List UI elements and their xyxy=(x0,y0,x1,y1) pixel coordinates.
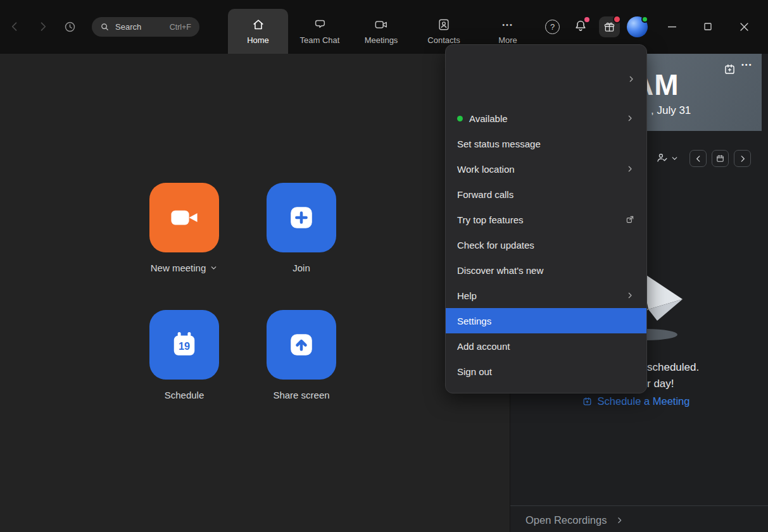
tab-label: Team Chat xyxy=(300,35,340,45)
tab-meetings[interactable]: Meetings xyxy=(353,9,409,54)
link-text: Open Recordings xyxy=(526,514,607,526)
calendar-icon: 19 xyxy=(168,328,201,361)
menu-item-label: Help xyxy=(457,290,477,301)
chevron-right-icon xyxy=(615,516,624,524)
calendar-plus-icon xyxy=(582,396,593,407)
tab-label: Meetings xyxy=(365,35,398,45)
search-shortcut: Ctrl+F xyxy=(170,23,191,32)
menu-item-label: Settings xyxy=(457,316,491,326)
gift-icon[interactable] xyxy=(599,16,620,37)
open-recordings-link[interactable]: Open Recordings xyxy=(526,514,624,526)
previous-day-button[interactable] xyxy=(689,150,707,167)
share-screen-button[interactable] xyxy=(267,310,336,380)
menu-item-settings[interactable]: Settings xyxy=(446,308,646,333)
menu-item-label: Sign out xyxy=(457,366,492,377)
chevron-left-icon xyxy=(694,154,703,163)
next-day-button[interactable] xyxy=(734,150,751,167)
schedule-label: Schedule xyxy=(134,390,235,400)
join-button[interactable] xyxy=(267,183,336,252)
date-picker-button[interactable] xyxy=(712,150,729,167)
tab-home[interactable]: Home xyxy=(228,9,288,54)
label-text: Join xyxy=(293,263,310,273)
menu-item-add-account[interactable]: Add account xyxy=(446,333,646,359)
menu-item-discover-whats-new[interactable]: Discover what's new xyxy=(446,257,646,283)
label-text: Share screen xyxy=(273,390,329,400)
empty-state-line1: scheduled. xyxy=(647,361,699,374)
label-text: Schedule xyxy=(165,390,205,400)
menu-item-label: Discover what's new xyxy=(457,265,543,276)
tab-label: Contacts xyxy=(427,35,460,45)
link-text: Schedule a Meeting xyxy=(598,395,690,407)
share-screen-label: Share screen xyxy=(251,390,352,400)
share-arrow-icon xyxy=(285,328,318,361)
join-label: Join xyxy=(251,263,352,273)
gift-badge xyxy=(613,15,621,23)
notification-badge xyxy=(584,17,589,22)
video-camera-icon xyxy=(374,18,388,32)
menu-item-label: Set status message xyxy=(457,139,541,149)
profile-avatar[interactable] xyxy=(627,16,648,37)
menu-item-help[interactable]: Help xyxy=(446,283,646,308)
calendar-icon xyxy=(715,154,725,163)
profile-dropdown-menu: Available Set status message Work locati… xyxy=(445,44,647,393)
new-meeting-label[interactable]: New meeting xyxy=(134,263,235,273)
menu-item-label: Forward calls xyxy=(457,189,513,200)
panel-footer: Open Recordings xyxy=(510,505,768,532)
forward-arrow-icon[interactable] xyxy=(36,20,50,34)
banner-more-icon[interactable]: ••• xyxy=(741,61,753,68)
menu-item-label: Check for updates xyxy=(457,240,534,251)
plus-icon xyxy=(285,201,318,234)
search-icon xyxy=(100,22,110,32)
chat-icon xyxy=(313,18,327,32)
menu-item-label: Work location xyxy=(457,164,515,175)
label-text: New meeting xyxy=(151,263,206,273)
empty-state-line2: r day! xyxy=(647,378,674,390)
new-meeting-button[interactable] xyxy=(149,183,219,252)
search-input[interactable] xyxy=(114,22,162,32)
home-icon xyxy=(251,18,265,32)
host-filter-dropdown[interactable] xyxy=(656,152,679,164)
title-bar: Ctrl+F Home Team Chat Meetings Contacts xyxy=(0,0,768,54)
chevron-right-icon xyxy=(625,113,635,123)
person-check-icon xyxy=(656,152,669,164)
add-meeting-calendar-icon[interactable] xyxy=(723,63,736,76)
menu-item-forward-calls[interactable]: Forward calls xyxy=(446,182,646,207)
menu-item-check-for-updates[interactable]: Check for updates xyxy=(446,232,646,257)
window-close-button[interactable] xyxy=(736,20,752,34)
back-arrow-icon[interactable] xyxy=(8,20,22,34)
menu-item-set-status-message[interactable]: Set status message xyxy=(446,131,646,156)
calendar-day-number: 19 xyxy=(179,340,190,352)
tab-label: More xyxy=(498,35,517,45)
menu-item-work-location[interactable]: Work location xyxy=(446,156,646,182)
window-minimize-button[interactable] xyxy=(664,20,680,34)
tab-team-chat[interactable]: Team Chat xyxy=(291,9,349,54)
chevron-right-icon xyxy=(625,290,635,300)
zoom-app-window: Ctrl+F Home Team Chat Meetings Contacts xyxy=(0,0,768,532)
status-available-dot xyxy=(641,16,648,23)
banner-date: , July 31 xyxy=(651,104,691,117)
menu-profile-row[interactable] xyxy=(446,45,646,106)
schedule-a-meeting-link[interactable]: Schedule a Meeting xyxy=(510,395,761,407)
external-link-icon xyxy=(625,214,635,225)
menu-item-available[interactable]: Available xyxy=(446,106,646,131)
contact-card-icon xyxy=(437,18,451,32)
menu-item-label: Add account xyxy=(457,341,510,352)
window-maximize-button[interactable] xyxy=(700,20,716,34)
tab-label: Home xyxy=(247,35,269,45)
menu-item-label: Try top features xyxy=(457,214,524,225)
notifications-bell-icon[interactable] xyxy=(573,18,589,35)
chevron-down-icon[interactable] xyxy=(210,264,218,272)
status-available-icon xyxy=(457,116,463,121)
menu-item-sign-out[interactable]: Sign out xyxy=(446,359,646,384)
menu-item-label: Available xyxy=(469,113,508,124)
menu-item-try-top-features[interactable]: Try top features xyxy=(446,207,646,232)
schedule-button[interactable]: 19 xyxy=(149,310,219,380)
history-icon[interactable] xyxy=(63,20,77,34)
chevron-right-icon xyxy=(738,154,747,163)
help-icon[interactable]: ? xyxy=(545,20,560,34)
search-box[interactable]: Ctrl+F xyxy=(92,17,199,37)
help-glyph: ? xyxy=(550,22,555,32)
home-content: 19 New meeting Join Schedule Share scree… xyxy=(0,54,768,532)
chevron-right-icon xyxy=(625,164,635,174)
chevron-down-icon xyxy=(670,154,679,163)
